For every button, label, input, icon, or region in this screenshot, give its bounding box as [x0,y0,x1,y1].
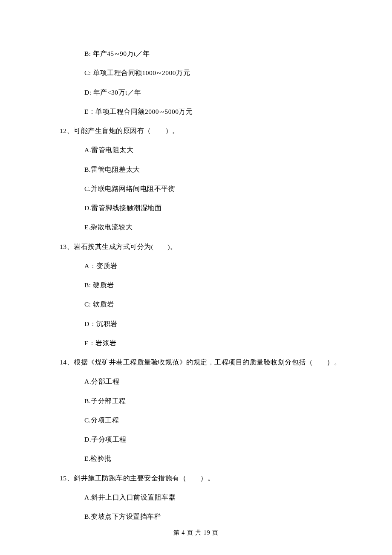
option: C.分项工程 [60,415,349,425]
option: C: 软质岩 [60,299,349,309]
option: A.雷管电阻太大 [60,145,349,155]
question-15-stem: 15、斜井施工防跑车的主要安全措施有（ ）。 [60,473,349,483]
option: A.斜井上口入口前设置阻车器 [60,492,349,502]
option: D：沉积岩 [60,319,349,329]
option: B.变坡点下方设置挡车栏 [60,512,349,521]
option: C.并联电路网络间电阻不平衡 [60,184,349,194]
page-footer: 第 4 页 共 19 页 [0,528,392,537]
option: E：单项工程合同额2000∽5000万元 [60,107,349,116]
option: B: 年产45∽90万t／年 [60,49,349,58]
option: B.子分部工程 [60,396,349,406]
option: A.分部工程 [60,376,349,386]
page: B: 年产45∽90万t／年 C: 单项工程合同额1000∽2000万元 D: … [0,0,392,555]
option: B: 硬质岩 [60,280,349,290]
option: E.杂散电流较大 [60,222,349,232]
option: D.子分项工程 [60,434,349,444]
option: B.雷管电阻差太大 [60,165,349,174]
option: A：变质岩 [60,261,349,271]
option: C: 单项工程合同额1000∽2000万元 [60,68,349,78]
option: D.雷管脚线接触潮湿地面 [60,203,349,213]
question-14-stem: 14、根据《煤矿井巷工程质量验收规范》的规定，工程项目的质量验收划分包括（ ）。 [60,357,349,367]
question-12-stem: 12、可能产生盲炮的原因有（ ）。 [60,126,349,136]
option: E.检验批 [60,454,349,463]
question-13-stem: 13、岩石按其生成方式可分为( )。 [60,242,349,251]
option: D: 年产<30万t／年 [60,87,349,97]
option: E：岩浆岩 [60,338,349,348]
